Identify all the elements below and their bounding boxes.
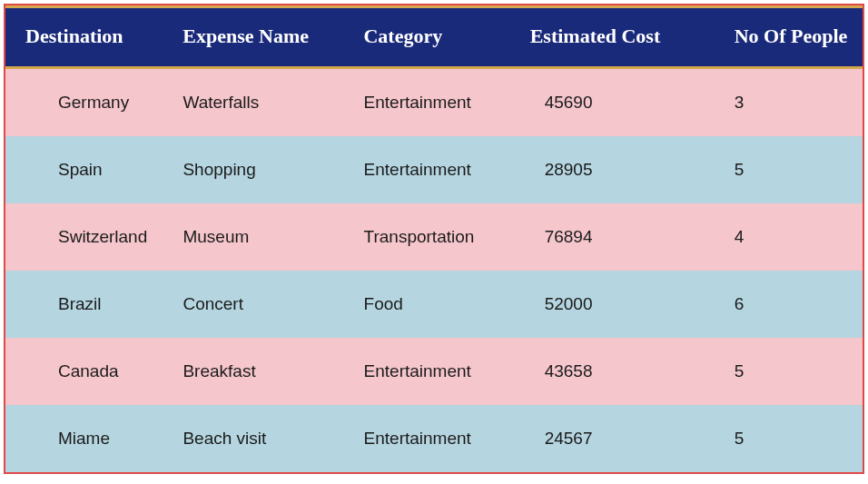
cell-people: 3 (711, 93, 863, 113)
table-body: Germany Waterfalls Entertainment 45690 3… (5, 69, 863, 472)
cell-expense: Museum (159, 227, 340, 247)
table-row: Germany Waterfalls Entertainment 45690 3 (5, 69, 863, 136)
table-row: Brazil Concert Food 52000 6 (5, 271, 863, 338)
cell-expense: Breakfast (159, 361, 340, 381)
cell-category: Food (340, 294, 521, 314)
cell-cost: 28905 (521, 160, 711, 180)
cell-expense: Beach visit (159, 429, 340, 449)
cell-people: 5 (711, 429, 863, 449)
table-row: Spain Shopping Entertainment 28905 5 (5, 136, 863, 203)
cell-people: 4 (711, 227, 863, 247)
header-destination: Destination (5, 25, 159, 48)
cell-cost: 52000 (521, 294, 711, 314)
cell-category: Entertainment (340, 160, 521, 180)
cell-cost: 43658 (521, 361, 711, 381)
cell-destination: Switzerland (5, 227, 159, 247)
header-no-of-people: No Of People (711, 25, 863, 48)
cell-cost: 24567 (521, 429, 711, 449)
cell-category: Transportation (340, 227, 521, 247)
cell-destination: Canada (5, 361, 159, 381)
cell-category: Entertainment (340, 93, 521, 113)
cell-expense: Concert (159, 294, 340, 314)
header-expense-name: Expense Name (159, 25, 340, 48)
header-category: Category (340, 25, 520, 48)
cell-people: 5 (711, 160, 863, 180)
cell-cost: 76894 (521, 227, 711, 247)
table-header-row: Destination Expense Name Category Estima… (5, 5, 863, 69)
cell-people: 6 (711, 294, 863, 314)
table-row: Switzerland Museum Transportation 76894 … (5, 203, 863, 271)
table-row: Miame Beach visit Entertainment 24567 5 (5, 405, 863, 472)
cell-destination: Germany (5, 93, 159, 113)
cell-category: Entertainment (340, 429, 521, 449)
cell-destination: Miame (5, 429, 159, 449)
cell-destination: Brazil (5, 294, 159, 314)
header-estimated-cost: Estimated Cost (521, 25, 711, 48)
cell-expense: Shopping (159, 160, 340, 180)
cell-expense: Waterfalls (159, 93, 340, 113)
cell-cost: 45690 (521, 93, 711, 113)
cell-destination: Spain (5, 160, 159, 180)
table-row: Canada Breakfast Entertainment 43658 5 (5, 338, 863, 405)
cell-category: Entertainment (340, 361, 521, 381)
cell-people: 5 (711, 361, 863, 381)
expense-table: Destination Expense Name Category Estima… (4, 4, 864, 474)
